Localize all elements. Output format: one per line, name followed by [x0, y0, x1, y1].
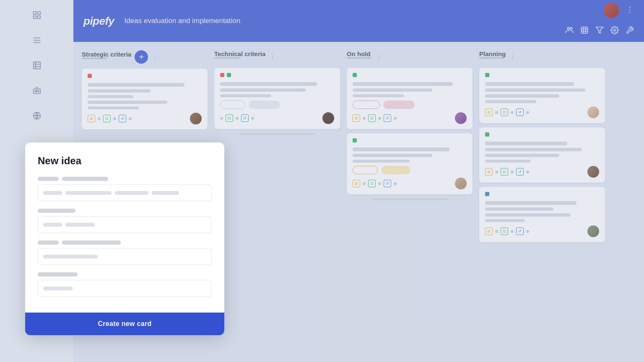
- label-block: [38, 177, 59, 181]
- placeholder-block: [115, 191, 148, 195]
- placeholder-block: [43, 255, 98, 259]
- placeholder-block: [65, 223, 95, 227]
- form-input-2[interactable]: [38, 216, 212, 233]
- input-placeholder: [43, 255, 98, 259]
- placeholder-block: [43, 191, 62, 195]
- form-input-1[interactable]: [38, 184, 212, 201]
- form-input-4[interactable]: [38, 280, 212, 297]
- form-group-3: [38, 240, 212, 265]
- label-block: [38, 209, 75, 213]
- form-group-2: [38, 209, 212, 233]
- placeholder-block: [152, 191, 179, 195]
- form-label-3: [38, 240, 212, 245]
- input-placeholder: [43, 191, 179, 195]
- modal-body: New idea: [25, 142, 224, 313]
- input-placeholder: [43, 287, 73, 290]
- modal-footer: Create new card: [25, 313, 224, 335]
- create-new-card-button[interactable]: Create new card: [98, 320, 151, 328]
- form-group-4: [38, 272, 212, 297]
- placeholder-block: [43, 287, 73, 290]
- placeholder-block: [43, 223, 62, 227]
- placeholder-block: [65, 191, 112, 195]
- form-label-1: [38, 177, 212, 181]
- form-group-1: [38, 177, 212, 201]
- modal-title: New idea: [38, 155, 212, 167]
- label-block: [62, 240, 121, 245]
- form-label-2: [38, 209, 212, 213]
- form-input-3[interactable]: [38, 248, 212, 265]
- label-block: [38, 272, 78, 277]
- form-label-4: [38, 272, 212, 277]
- label-block: [62, 177, 108, 181]
- new-idea-modal: New idea: [25, 142, 224, 335]
- input-placeholder: [43, 223, 95, 227]
- label-block: [38, 240, 59, 245]
